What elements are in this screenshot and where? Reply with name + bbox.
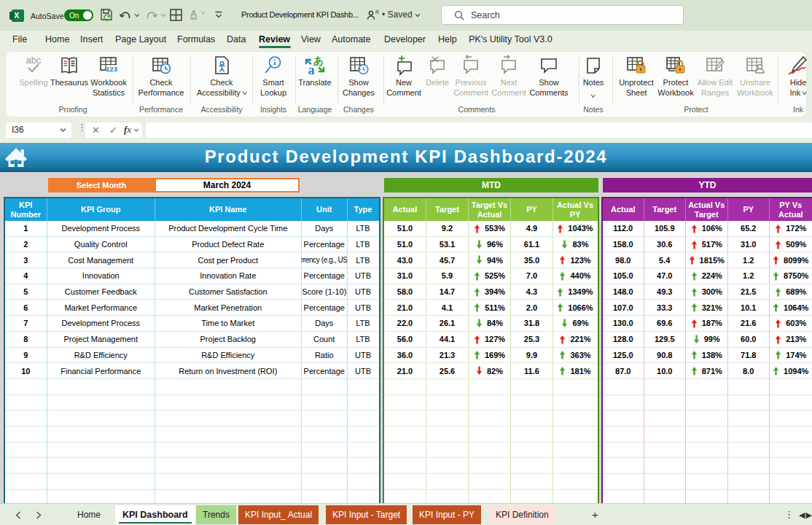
svg-text:123: 123 [106, 65, 117, 73]
svg-text:R: R [375, 9, 379, 15]
svg-text:あ: あ [313, 55, 324, 67]
